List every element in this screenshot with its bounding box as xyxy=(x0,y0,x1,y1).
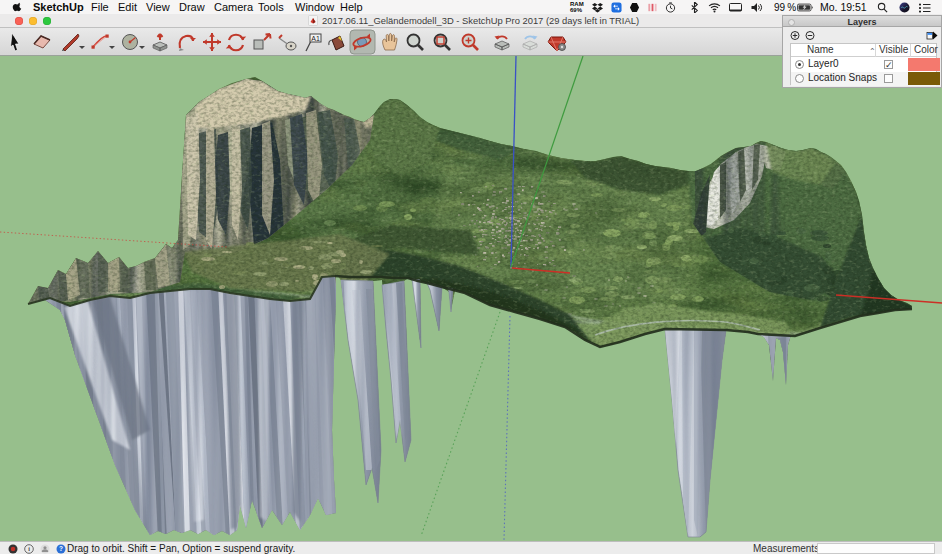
svg-text:?: ? xyxy=(59,545,63,552)
svg-text:i: i xyxy=(28,546,30,552)
svg-text:A1: A1 xyxy=(311,35,320,42)
